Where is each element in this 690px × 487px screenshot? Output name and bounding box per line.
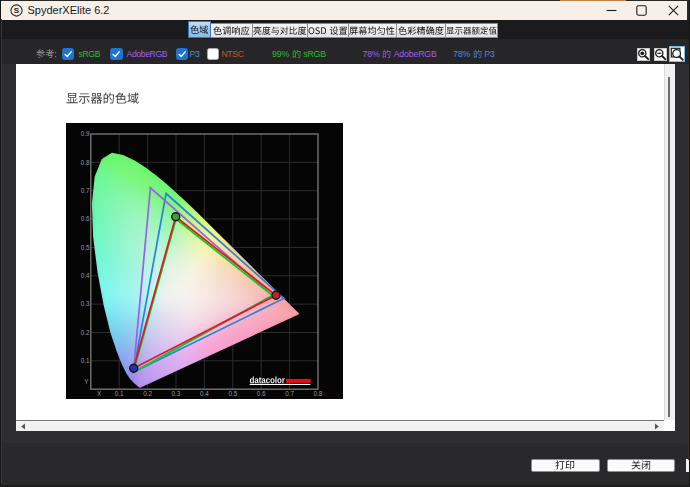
checkbox-label-ntsc: NTSC [222,49,244,60]
x-tick-label: 0.5 [228,389,237,396]
y-tick-label: 0.1 [80,357,89,364]
primary-green [171,212,179,220]
horizontal-scrollbar[interactable] [16,420,664,432]
close-button[interactable] [660,0,686,20]
checkbox-label-adobergb: AdobeRGB [127,49,168,60]
coverage-value: 78% [363,49,380,60]
minimize-icon [606,5,617,16]
zoom-fit-button[interactable] [669,46,685,62]
y-tick-label: 0.4 [80,272,89,279]
y-tick-label: 0.6 [80,215,89,222]
primary-blue [129,364,137,372]
checkbox-srgb[interactable] [62,48,75,61]
window-left-edge-accent [1,19,2,483]
scroll-right-icon[interactable] [654,423,660,430]
y-tick-label: 0.5 [80,243,89,250]
vertical-scrollbar-thumb[interactable] [668,77,670,417]
cie-diagram: 0.10.20.30.40.50.60.70.80.9Y0.10.20.30.4… [66,123,344,399]
report-heading: 显示器的色域 [66,92,139,104]
coverage-gamut: sRGB [303,49,326,60]
coverage-p3: 78%P378% 的 P3 [453,49,495,60]
zoom-in-button[interactable] [637,48,650,61]
checkbox-ntsc[interactable] [207,48,220,61]
tab-brightness-contrast[interactable]: 亮度与对比度 [252,23,308,38]
close-icon [668,5,679,16]
zoom-out-button[interactable] [654,48,667,61]
x-tick-label: 0.4 [200,389,209,396]
spyder-s-logo-icon: S [10,4,23,17]
maximize-button[interactable] [628,0,654,20]
checkbox-p3[interactable] [176,48,189,61]
coverage-value: 99% [272,49,289,60]
scroll-left-icon[interactable] [20,423,26,430]
tab-screen-uniformity[interactable]: 屏幕均匀性 [348,23,398,38]
svg-text:S: S [14,6,20,15]
reference-label: 参考: [36,49,57,58]
y-tick-label: 0.7 [80,186,89,193]
coverage-value: 78% [453,49,470,60]
vertical-scrollbar[interactable] [664,64,675,420]
checkbox-label-p3: P3 [190,49,200,60]
cie-tongue [86,143,307,394]
window-title: SpyderXElite 6.2 [28,4,110,16]
tab-color-gamut[interactable]: 色域 [188,21,211,38]
tab-color-accuracy[interactable]: 色彩精确度 [396,23,446,38]
x-tick-label: 0.8 [313,389,322,396]
x-tick-label: 0.1 [114,389,123,396]
maximize-icon [636,5,647,16]
y-tick-label: 0.3 [80,300,89,307]
coverage-gamut: AdobeRGB [394,49,437,60]
coverage-adobergb: 78%AdobeRGB78% 的 AdobeRGB [363,49,437,60]
coverage-gamut: P3 [484,49,494,60]
x-tick-label: 0.6 [256,389,265,396]
y-tick-label: 0.9 [80,130,89,137]
tab-tone-response[interactable]: 色调响应 [210,23,254,38]
print-button[interactable]: 打印 [531,459,600,473]
checkbox-label-srgb: sRGB [79,49,101,60]
y-axis-title: Y [84,378,89,385]
window-right-edge-accent [688,90,689,460]
checkbox-adobergb[interactable] [110,48,123,61]
toolbar [0,39,690,64]
character-de [382,49,391,58]
x-tick-label: 0.3 [171,389,180,396]
coverage-srgb: 99%sRGB99% 的 sRGB [272,49,326,60]
x-tick-label: 0.7 [285,389,294,396]
x-tick-label: 0.2 [143,389,152,396]
tab-display-rating[interactable]: 显示器额定值 [445,23,498,38]
y-tick-label: 0.8 [80,158,89,165]
character-de [473,49,482,58]
datacolor-logo [249,376,310,384]
character-de [292,49,301,58]
primary-red [272,291,280,299]
minimize-button[interactable] [598,0,624,20]
y-tick-label: 0.2 [80,328,89,335]
close-dialog-button[interactable]: 关闭 [607,459,676,473]
tab-osd-settings[interactable]: OSD 设置 [307,23,349,38]
scrollbar-corner [664,420,675,432]
x-axis-title: X [96,389,101,396]
